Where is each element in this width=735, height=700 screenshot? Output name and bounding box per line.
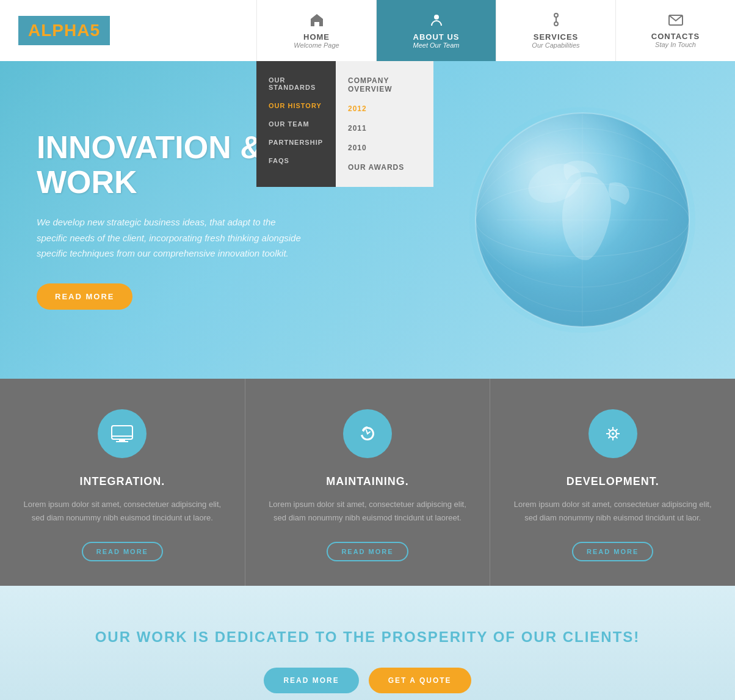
nav-home-label: HOME	[303, 32, 330, 42]
dropdown-col1: OUR STANDARDS OUR HISTORY OUR TEAM PARTN…	[256, 61, 336, 187]
development-icon-circle	[588, 409, 637, 458]
nav-about-sub: Meet Our Team	[413, 42, 459, 49]
cta-title: OUR WORK IS DEDICATED TO THE PROSPERITY …	[18, 629, 717, 646]
maintaining-icon-circle	[343, 409, 392, 458]
dd-standards[interactable]: OUR STANDARDS	[256, 71, 336, 97]
dropdown-col2: COMPANY OVERVIEW 2012 2011 2010 OUR AWAR…	[336, 61, 433, 187]
integration-readmore-button[interactable]: READ MORE	[82, 542, 163, 561]
home-icon	[310, 13, 324, 30]
dd-team[interactable]: OUR TEAM	[256, 115, 336, 133]
dd-2012[interactable]: 2012	[336, 99, 433, 118]
cta-section: OUR WORK IS DEDICATED TO THE PROSPERITY …	[0, 586, 735, 700]
svg-point-13	[476, 113, 689, 327]
cta-quote-button[interactable]: GET A QUOTE	[369, 668, 471, 693]
dd-faqs[interactable]: FAQS	[256, 151, 336, 170]
svg-line-25	[608, 429, 610, 431]
dropdown-about: OUR STANDARDS OUR HISTORY OUR TEAM PARTN…	[256, 61, 433, 187]
logo-highlight: 5	[90, 21, 100, 40]
main-nav: HOME Welcome Page ABOUT US Meet Our Team…	[256, 0, 735, 61]
integration-icon-circle	[98, 409, 147, 458]
services-section: INTEGRATION. Lorem ipsum dolor sit amet,…	[0, 379, 735, 586]
service-development: DEVELOPMENT. Lorem ipsum dolor sit amet,…	[490, 379, 735, 586]
maintaining-readmore-button[interactable]: READ MORE	[327, 542, 408, 561]
maintaining-desc: Lorem ipsum dolor sit amet, consectetuer…	[264, 498, 472, 525]
cta-readmore-button[interactable]: READ MORE	[264, 668, 358, 693]
logo-area: ALPHA5	[0, 0, 256, 61]
svg-point-1	[554, 13, 558, 17]
integration-desc: Lorem ipsum dolor sit amet, consectetuer…	[18, 498, 226, 525]
cta-buttons: READ MORE GET A QUOTE	[18, 668, 717, 693]
svg-point-0	[434, 15, 439, 20]
nav-services-sub: Our Capabilities	[532, 42, 579, 49]
development-desc: Lorem ipsum dolor sit amet, consectetuer…	[509, 498, 717, 525]
nav-contacts[interactable]: CONTACTS Stay In Touch	[615, 0, 735, 61]
svg-rect-15	[112, 426, 132, 439]
dd-our-awards[interactable]: OUR AWARDS	[336, 158, 433, 177]
nav-services[interactable]: SERVICES Our Capabilities	[496, 0, 615, 61]
development-title: DEVELOPMENT.	[567, 475, 659, 488]
svg-line-26	[615, 437, 617, 439]
nav-home[interactable]: HOME Welcome Page	[256, 0, 376, 61]
dd-2010[interactable]: 2010	[336, 138, 433, 158]
contacts-icon	[668, 13, 683, 29]
nav-services-label: SERVICES	[534, 32, 579, 42]
svg-point-2	[554, 22, 558, 26]
nav-about[interactable]: ABOUT US Meet Our Team	[376, 0, 496, 61]
svg-point-20	[612, 432, 614, 435]
logo-main: ALPHA	[28, 21, 90, 40]
services-icon	[549, 13, 563, 30]
nav-about-label: ABOUT US	[413, 32, 460, 42]
nav-contacts-label: CONTACTS	[651, 32, 700, 41]
service-maintaining: MAINTAINING. Lorem ipsum dolor sit amet,…	[245, 379, 491, 586]
maintaining-title: MAINTAINING.	[326, 475, 409, 488]
hero-description: We develop new strategic business ideas,…	[37, 214, 305, 261]
dd-partnership[interactable]: PARTNERSHIP	[256, 133, 336, 151]
svg-line-27	[615, 429, 617, 431]
svg-line-28	[608, 437, 610, 439]
dd-company-overview[interactable]: COMPANY OVERVIEW	[336, 71, 433, 99]
dd-history[interactable]: OUR HISTORY	[256, 97, 336, 115]
nav-home-sub: Welcome Page	[294, 42, 339, 49]
service-integration: INTEGRATION. Lorem ipsum dolor sit amet,…	[0, 379, 245, 586]
about-icon	[430, 13, 443, 30]
logo: ALPHA5	[18, 16, 110, 45]
development-readmore-button[interactable]: READ MORE	[572, 542, 653, 561]
hero-readmore-button[interactable]: READ MORE	[37, 283, 132, 310]
header: ALPHA5 HOME Welcome Page ABOUT US Meet O…	[0, 0, 735, 61]
hero-globe	[466, 104, 698, 336]
nav-contacts-sub: Stay In Touch	[655, 41, 696, 48]
dd-2011[interactable]: 2011	[336, 118, 433, 138]
integration-title: INTEGRATION.	[80, 475, 165, 488]
